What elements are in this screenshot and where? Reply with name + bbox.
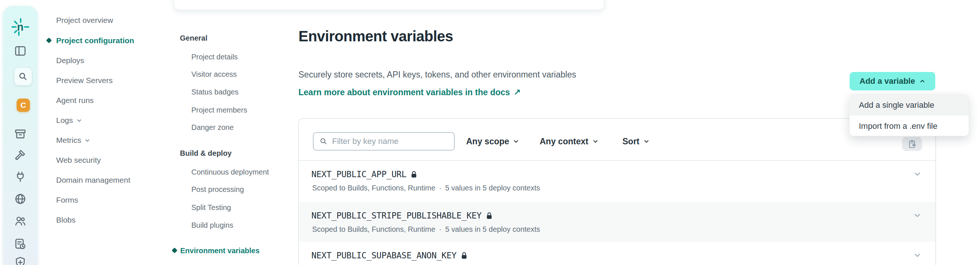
filter-field[interactable] [313,132,455,151]
chevron-down-icon [513,138,519,144]
nav-logs[interactable]: Logs [56,115,82,125]
chevron-down-icon [84,138,90,143]
chevron-down-icon [76,118,82,123]
chevron-down-icon [913,251,921,259]
sort-dropdown[interactable]: Sort [622,136,649,147]
plug-icon[interactable] [14,170,27,183]
external-arrow-icon: ↗ [514,87,521,97]
add-variable-button[interactable]: Add a variable [850,72,935,90]
menu-item-add-single-variable[interactable]: Add a single variable [850,95,969,116]
variable-row[interactable]: NEXT_PUBLIC_SUPABASE_ANON_KEY Scoped to … [299,242,935,265]
expand-row-button[interactable] [913,211,921,219]
variable-row[interactable]: NEXT_PUBLIC_APP_URL Scoped to Builds, Fu… [299,160,935,202]
archive-icon[interactable] [14,128,27,140]
chevron-down-icon [913,170,921,178]
nav-project-overview[interactable]: Project overview [56,15,113,25]
nav-preview-servers[interactable]: Preview Servers [56,75,113,86]
context-filter-dropdown[interactable]: Any context [540,136,598,147]
users-icon[interactable] [14,215,27,227]
menu-item-import-env-file[interactable]: Import from a .env file [850,116,969,136]
lock-icon [410,170,417,178]
c-app-badge[interactable]: C [17,98,30,112]
icon-rail: n C [3,6,38,265]
active-diamond-icon [172,248,178,254]
nav-project-configuration[interactable]: Project configuration [56,35,134,46]
page-title: Environment variables [299,27,453,45]
shield-plus-icon[interactable] [14,256,27,265]
expand-row-button[interactable] [913,170,921,178]
nav-build-plugins[interactable]: Build plugins [191,220,233,230]
nav-project-details[interactable]: Project details [191,52,238,62]
nav-deploys[interactable]: Deploys [56,56,84,66]
c-badge-letter: C [20,101,26,109]
nav-split-testing[interactable]: Split Testing [191,202,231,213]
section-general: General [180,33,207,43]
chevron-down-icon [913,211,921,219]
nav-status-badges[interactable]: Status badges [191,87,239,97]
top-overlay-card [173,0,605,10]
section-build-deploy: Build & deploy [180,148,232,158]
nav-continuous-deployment[interactable]: Continuous deployment [191,167,269,177]
nav-visitor-access[interactable]: Visitor access [191,69,237,79]
scope-filter-dropdown[interactable]: Any scope [466,136,519,147]
search-icon [18,71,28,82]
search-button[interactable] [14,68,32,85]
nav-environment-variables[interactable]: Environment variables [180,246,260,256]
docs-link[interactable]: Learn more about environment variables i… [299,87,521,97]
variables-card: Any scope Any context Sort NEXT_PUBLIC_A… [298,118,936,265]
environment-variables-page: n C [0,0,980,265]
nav-forms[interactable]: Forms [56,195,78,205]
svg-text:n: n [17,21,24,33]
variable-name: NEXT_PUBLIC_SUPABASE_ANON_KEY [312,251,457,260]
active-diamond-icon [46,38,52,44]
chevron-down-icon [643,138,649,144]
nav-agent-runs[interactable]: Agent runs [56,95,94,106]
nav-danger-zone[interactable]: Danger zone [191,122,234,132]
filter-input[interactable] [332,136,443,146]
globe-icon[interactable] [14,193,27,205]
lock-icon [461,252,468,259]
chevron-down-icon [592,138,598,144]
expand-row-button[interactable] [913,251,921,259]
import-env-button[interactable] [902,137,922,151]
search-icon [320,137,328,145]
variable-name: NEXT_PUBLIC_STRIPE_PUBLISHABLE_KEY [312,211,482,221]
nav-domain-management[interactable]: Domain management [56,175,130,185]
add-variable-menu: Add a single variable Import from a .env… [849,94,969,136]
variable-meta: Scoped to Builds, Functions, Runtime·5 v… [312,183,540,192]
panels-icon[interactable] [14,44,27,57]
netlify-logo[interactable]: n [11,17,30,36]
form-clock-icon[interactable] [14,238,27,250]
lock-icon [486,212,493,220]
variable-meta: Scoped to Builds, Functions, Runtime·5 v… [312,225,540,233]
nav-web-security[interactable]: Web security [56,155,101,165]
nav-post-processing[interactable]: Post processing [191,184,244,195]
clipboard-import-icon [908,140,917,149]
nav-project-members[interactable]: Project members [191,105,247,115]
variable-row[interactable]: NEXT_PUBLIC_STRIPE_PUBLISHABLE_KEY Scope… [299,202,935,242]
variable-name: NEXT_PUBLIC_APP_URL [312,170,406,179]
nav-blobs[interactable]: Blobs [56,215,76,225]
hammer-icon[interactable] [14,148,27,161]
nav-metrics[interactable]: Metrics [56,135,90,145]
chevron-up-icon [920,78,925,84]
page-description: Securely store secrets, API keys, tokens… [299,70,576,80]
